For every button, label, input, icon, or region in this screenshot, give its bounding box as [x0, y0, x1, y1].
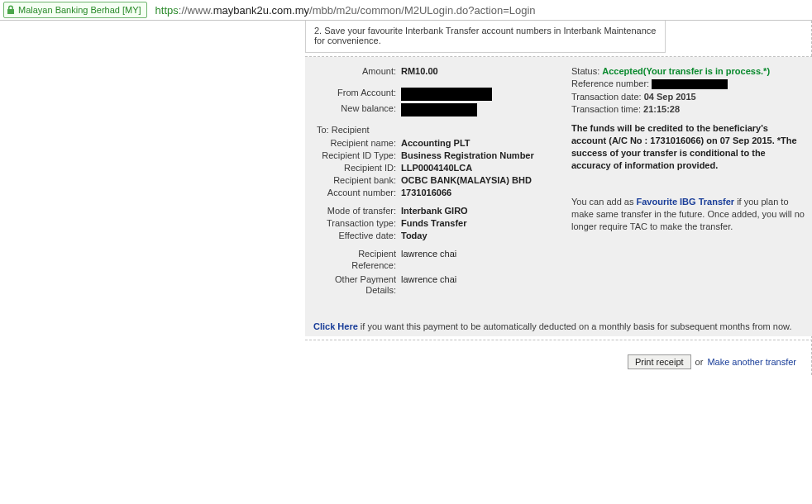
fav-pre: You can add as [571, 197, 637, 207]
transaction-time-value: 21:15:28 [643, 104, 680, 114]
click-here-link[interactable]: Click Here [313, 321, 358, 331]
url-domain: maybank2u.com.my [213, 4, 309, 17]
auto-deduct-text: if you want this payment to be automatic… [358, 321, 792, 331]
receipt-right: Status: Accepted(Your transfer is in pro… [561, 64, 805, 299]
recipient-name-value: Accounting PLT [401, 138, 470, 148]
other-payment-details-label: Other Payment Details: [313, 274, 401, 297]
to-recipient-header: To: Recipient [317, 125, 561, 135]
effective-date-label: Effective date: [313, 231, 401, 240]
credit-note: The funds will be credited to the benefi… [571, 122, 805, 171]
effective-date-value: Today [401, 231, 427, 240]
transaction-date-label: Transaction date: [571, 92, 644, 102]
recipient-id-type-value: Business Registration Number [401, 150, 534, 160]
url-path: /mbb/m2u/common/M2ULogin.do?action=Login [309, 4, 536, 17]
amount-value: RM10.00 [401, 66, 438, 76]
auto-deduct-note: Click Here if you want this payment to b… [313, 321, 805, 333]
recipient-name-label: Recipient name: [313, 138, 401, 148]
tip-box: 2. Save your favourite Interbank Transfe… [305, 21, 666, 53]
amount-label: Amount: [313, 66, 401, 76]
redacted-block [652, 79, 728, 89]
favourite-link[interactable]: Favourite IBG Transfer [637, 197, 735, 207]
mode-value: Interbank GIRO [401, 206, 468, 216]
receipt-panel: Amount:RM10.00 From Account: New balance… [305, 57, 812, 336]
account-number-label: Account number: [313, 188, 401, 197]
ssl-badge: Malayan Banking Berhad [MY] [3, 2, 147, 18]
transaction-time-label: Transaction time: [571, 104, 643, 114]
transaction-type-value: Funds Transfer [401, 218, 466, 228]
recipient-id-label: Recipient ID: [313, 163, 401, 173]
make-another-transfer-link[interactable]: Make another transfer [707, 357, 796, 367]
new-balance-value [401, 103, 477, 116]
recipient-reference-value: lawrence chai [401, 249, 456, 272]
redacted-block [401, 88, 492, 101]
print-receipt-button[interactable]: Print receipt [628, 354, 691, 369]
receipt-left: Amount:RM10.00 From Account: New balance… [313, 64, 561, 299]
other-payment-details-value: lawrence chai [401, 274, 456, 297]
tip-text: Save your favourite Interbank Transfer a… [314, 26, 656, 45]
redacted-block [401, 103, 477, 116]
recipient-id-value: LLP0004140LCA [401, 163, 472, 173]
ssl-org: Malayan Banking Berhad [MY] [18, 2, 141, 17]
recipient-bank-label: Recipient bank: [313, 175, 401, 185]
transaction-type-label: Transaction type: [313, 218, 401, 228]
reference-label: Reference number: [571, 78, 652, 88]
new-balance-label: New balance: [313, 103, 401, 116]
status-value: Accepted(Your transfer is in process.*) [602, 66, 770, 76]
tip-number: 2. [314, 26, 322, 36]
or-text: or [695, 357, 704, 367]
url-field[interactable]: https://www.maybank2u.com.my/mbb/m2u/com… [150, 4, 812, 17]
account-number-value: 1731016066 [401, 188, 451, 197]
transaction-date-value: 04 Sep 2015 [644, 92, 696, 102]
from-account-value [401, 88, 492, 101]
recipient-id-type-label: Recipient ID Type: [313, 150, 401, 160]
footer-actions: Print receipt or Make another transfer [305, 340, 810, 375]
url-sep: ://www. [179, 4, 213, 17]
favourite-note: You can add as Favourite IBG Transfer if… [571, 196, 805, 233]
recipient-reference-label: Recipient Reference: [313, 249, 401, 272]
from-account-label: From Account: [313, 88, 401, 101]
url-scheme: https [155, 4, 179, 17]
status-label: Status: [571, 66, 602, 76]
address-bar: Malayan Banking Berhad [MY] https://www.… [0, 0, 812, 21]
lock-icon [7, 5, 15, 15]
recipient-bank-value: OCBC BANK(MALAYSIA) BHD [401, 175, 532, 185]
mode-label: Mode of transfer: [313, 206, 401, 216]
